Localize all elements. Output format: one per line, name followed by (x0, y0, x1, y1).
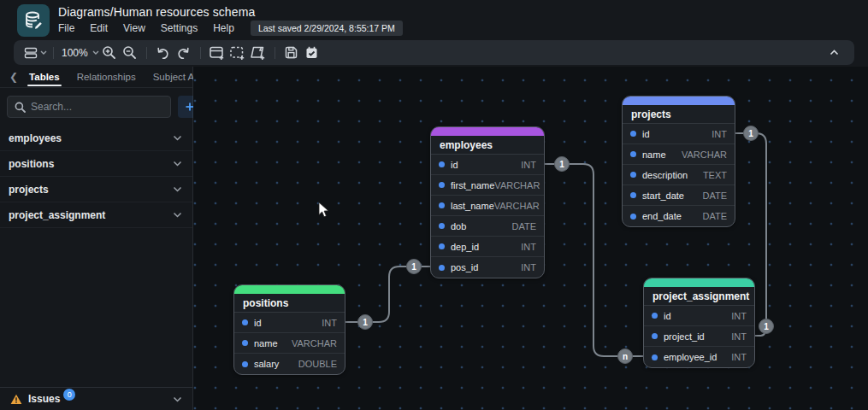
field-row[interactable]: pos_idINT (431, 257, 544, 278)
field-dot-icon (439, 265, 445, 271)
field-row[interactable]: idINT (234, 313, 345, 333)
field-name: description (642, 170, 688, 180)
field-name: name (254, 338, 278, 348)
field-name: id (451, 160, 458, 170)
menu-item-help[interactable]: Help (205, 20, 242, 36)
field-name: dep_id (451, 242, 479, 252)
field-row[interactable]: start_dateDATE (623, 185, 735, 206)
add-area-icon (229, 45, 246, 61)
add-note-button[interactable] (248, 43, 269, 63)
sidebar-item-projects[interactable]: projects (0, 177, 192, 202)
database-pencil-icon (23, 10, 44, 31)
field-type: INT (521, 262, 536, 272)
field-row[interactable]: idINT (644, 306, 754, 326)
relationship-positions-employees[interactable] (345, 266, 430, 322)
app-logo (17, 4, 50, 37)
chevron-down-icon (92, 50, 99, 55)
todo-button[interactable] (302, 43, 322, 63)
chevron-down-icon[interactable] (173, 135, 182, 141)
field-type: DATE (702, 211, 727, 221)
field-dot-icon (242, 319, 248, 325)
field-row[interactable]: employee_idINT (644, 347, 754, 367)
field-name: start_date (642, 190, 684, 201)
zoom-level-dropdown[interactable]: 100% (60, 43, 99, 63)
tabs-scroll-left-icon[interactable]: ❮ (7, 72, 21, 82)
chevron-down-icon[interactable] (173, 212, 182, 218)
issues-count-badge: 0 (63, 389, 75, 401)
field-name: pos_id (451, 262, 478, 272)
issues-panel[interactable]: Issues 0 (0, 387, 192, 410)
field-row[interactable]: first_nameVARCHAR (431, 175, 544, 196)
add-table-toolbar-button[interactable] (207, 43, 227, 63)
field-row[interactable]: nameVARCHAR (234, 333, 345, 354)
field-name: name (642, 149, 666, 160)
chevron-down-icon[interactable] (173, 186, 182, 192)
field-type: DATE (702, 190, 727, 201)
sidebar-item-positions[interactable]: positions (0, 151, 192, 177)
chevron-down-icon[interactable] (173, 396, 182, 402)
field-name: last_name (451, 201, 494, 211)
field-dot-icon (630, 172, 636, 178)
table-title: projects (623, 105, 735, 124)
field-row[interactable]: nameVARCHAR (623, 144, 735, 165)
field-row[interactable]: idINT (431, 155, 544, 175)
search-input[interactable] (31, 101, 163, 113)
last-saved-badge: Last saved 2/29/2024, 8:55:17 PM (251, 20, 403, 36)
sidebar-spacer (0, 228, 192, 387)
field-dot-icon (652, 354, 658, 360)
todo-icon (304, 45, 319, 60)
field-type: VARCHAR (292, 338, 337, 348)
entity-table-projects[interactable]: projectsidINTnameVARCHARdescriptionTEXTs… (622, 96, 735, 227)
table-title: employees (431, 136, 544, 155)
toolbar-divider (200, 47, 201, 59)
redo-button[interactable] (174, 43, 194, 63)
field-row[interactable]: last_nameVARCHAR (431, 196, 544, 216)
cardinality-badge-1: 1 (743, 126, 759, 141)
zoom-out-button[interactable] (120, 43, 140, 63)
cardinality-badge-1: 1 (759, 319, 774, 334)
table-item-label: projects (9, 184, 49, 196)
entity-table-employees[interactable]: employeesidINTfirst_nameVARCHARlast_name… (430, 126, 545, 278)
menu-item-settings[interactable]: Settings (153, 20, 205, 36)
field-type: DOUBLE (298, 359, 337, 369)
field-dot-icon (652, 333, 658, 339)
header-style-button[interactable] (24, 43, 47, 63)
add-table-icon (209, 45, 226, 61)
tab-tables[interactable]: Tables (21, 68, 68, 86)
field-row[interactable]: salaryDOUBLE (234, 354, 345, 374)
table-color-strip (234, 285, 345, 294)
menu-item-view[interactable]: View (115, 20, 153, 36)
field-name: id (642, 129, 650, 139)
field-row[interactable]: end_dateDATE (623, 206, 735, 226)
sidebar-item-project_assignment[interactable]: project_assignment (0, 202, 192, 228)
add-area-button[interactable] (227, 43, 248, 63)
header-style-icon (24, 46, 38, 60)
field-name: end_date (642, 211, 682, 221)
field-name: employee_id (664, 352, 717, 362)
field-row[interactable]: idINT (623, 124, 735, 144)
menu-item-file[interactable]: File (58, 20, 82, 36)
field-dot-icon (630, 151, 636, 157)
undo-button[interactable] (153, 43, 174, 63)
field-row[interactable]: descriptionTEXT (623, 165, 735, 185)
save-button[interactable] (281, 43, 302, 63)
zoom-in-button[interactable] (99, 43, 120, 63)
menu-item-edit[interactable]: Edit (82, 20, 115, 36)
entity-table-positions[interactable]: positionsidINTnameVARCHARsalaryDOUBLE (233, 284, 345, 375)
collapse-toolbar-button[interactable] (824, 43, 844, 63)
tab-relationships[interactable]: Relationships (68, 68, 145, 86)
field-type: VARCHAR (682, 149, 727, 160)
field-dot-icon (652, 313, 658, 319)
field-dot-icon (439, 202, 445, 208)
field-type: VARCHAR (494, 180, 540, 190)
field-type: INT (521, 242, 536, 252)
sidebar-item-employees[interactable]: employees (0, 126, 192, 151)
field-row[interactable]: project_idINT (644, 326, 754, 347)
table-item-label: employees (9, 132, 62, 144)
field-row[interactable]: dep_idINT (431, 237, 544, 257)
field-dot-icon (439, 243, 445, 249)
diagram-canvas[interactable]: employeesidINTfirst_nameVARCHARlast_name… (193, 67, 868, 410)
chevron-down-icon[interactable] (173, 161, 182, 167)
field-row[interactable]: dobDATE (431, 216, 544, 237)
entity-table-project_assignment[interactable]: project_assignmentidINTproject_idINTempl… (643, 278, 755, 368)
